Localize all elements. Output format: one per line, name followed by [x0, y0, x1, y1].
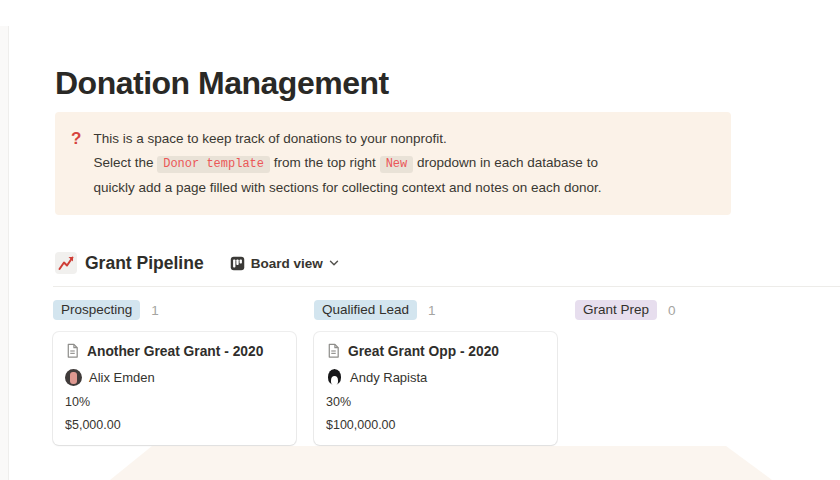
- card-percent: 10%: [65, 395, 284, 409]
- avatar: [326, 369, 343, 386]
- column-status-badge[interactable]: Qualified Lead: [314, 300, 417, 320]
- card-title-row: Great Grant Opp - 2020: [326, 343, 545, 359]
- callout-line-3: quickly add a page filled with sections …: [93, 176, 693, 200]
- column-status-badge[interactable]: Prospecting: [53, 300, 140, 320]
- kanban-board: Prospecting 1 Another Great Grant - 2020…: [53, 300, 818, 445]
- callout-line2-mid: from the top right: [274, 155, 376, 170]
- column-status-badge[interactable]: Grant Prep: [575, 300, 657, 320]
- avatar: [65, 369, 82, 386]
- callout-line2-post: dropdown in each database to: [417, 155, 598, 170]
- column-card-count: 0: [668, 303, 676, 318]
- page-icon: [65, 343, 80, 359]
- inline-code-new: New: [380, 156, 414, 173]
- assignee-name: Andy Rapista: [350, 370, 427, 385]
- page-title: Donation Management: [55, 65, 389, 102]
- card-title: Another Great Grant - 2020: [87, 344, 263, 359]
- column-card-count: 1: [428, 303, 436, 318]
- board-view-button[interactable]: Board view: [230, 256, 339, 271]
- card-title: Great Grant Opp - 2020: [348, 344, 499, 359]
- board-column-qualified-lead: Qualified Lead 1 Great Grant Opp - 2020 …: [314, 300, 557, 445]
- database-header: Grant Pipeline Board view: [55, 252, 339, 274]
- board-card[interactable]: Great Grant Opp - 2020 Andy Rapista 30% …: [314, 332, 557, 445]
- callout-line2-pre: Select the: [93, 155, 153, 170]
- chevron-down-icon: [329, 258, 339, 268]
- board-view-icon: [230, 256, 245, 271]
- board-column-grant-prep: Grant Prep 0: [575, 300, 818, 445]
- card-assignee-row: Andy Rapista: [326, 369, 545, 386]
- board-top-divider: [53, 286, 840, 287]
- board-card[interactable]: Another Great Grant - 2020 Alix Emden 10…: [53, 332, 296, 445]
- inline-code-donor-template: Donor template: [157, 156, 270, 173]
- card-percent: 30%: [326, 395, 545, 409]
- column-header: Qualified Lead 1: [314, 300, 557, 320]
- card-title-row: Another Great Grant - 2020: [65, 343, 284, 359]
- callout-line-2: Select the Donor template from the top r…: [93, 151, 693, 176]
- card-assignee-row: Alix Emden: [65, 369, 284, 386]
- column-card-count: 1: [151, 303, 159, 318]
- question-mark-icon: ?: [71, 127, 81, 150]
- assignee-name: Alix Emden: [89, 370, 155, 385]
- callout-line-1: This is a space to keep track of donatio…: [93, 127, 693, 151]
- column-header: Prospecting 1: [53, 300, 296, 320]
- transition-artifact: [0, 446, 840, 480]
- callout-block: ? This is a space to keep track of donat…: [55, 112, 731, 215]
- window-left-edge: [0, 26, 9, 480]
- board-view-label: Board view: [251, 256, 323, 271]
- page-icon: [326, 343, 341, 359]
- column-header: Grant Prep 0: [575, 300, 818, 320]
- card-amount: $100,000.00: [326, 418, 545, 432]
- callout-text: This is a space to keep track of donatio…: [93, 127, 693, 200]
- card-amount: $5,000.00: [65, 418, 284, 432]
- board-column-prospecting: Prospecting 1 Another Great Grant - 2020…: [53, 300, 296, 445]
- database-title[interactable]: Grant Pipeline: [85, 253, 204, 274]
- chart-increasing-icon: [55, 252, 77, 274]
